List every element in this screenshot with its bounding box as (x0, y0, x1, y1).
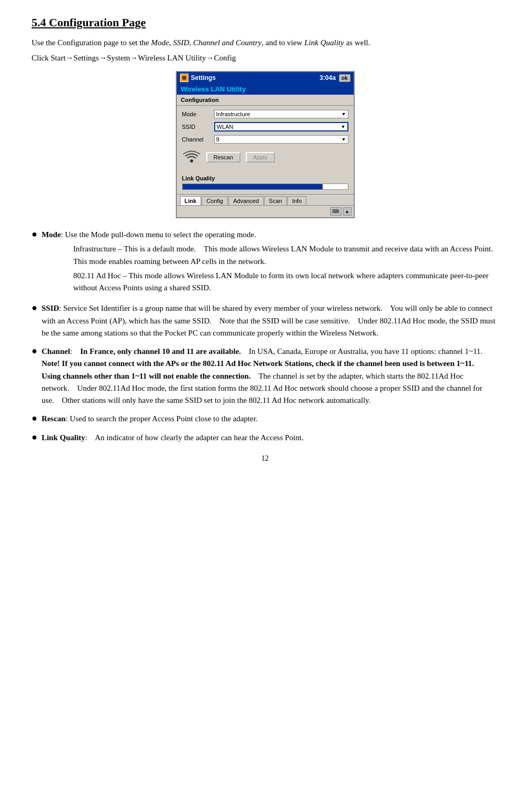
bullet-dot: ● (32, 346, 37, 357)
channel-term: Channel (42, 347, 70, 356)
list-item-rescan: ● Rescan: Used to search the proper Acce… (32, 413, 498, 425)
button-row: Rescan Apply (182, 149, 348, 166)
link-quality-section: Link Quality (177, 175, 354, 194)
mode-select[interactable]: Infrastructure ▼ (214, 110, 348, 118)
bullet-dot: ● (32, 413, 37, 424)
mode-sub: Infrastructure – This is a default mode.… (73, 243, 498, 294)
title-bar: ⊞ Settings 3:04a ok (177, 72, 354, 84)
tab-advanced[interactable]: Advanced (228, 196, 264, 205)
nav-path: Click Start→Settings→System→Wireless LAN… (32, 52, 498, 64)
page-title: 5.4 Configuration Page (32, 16, 498, 29)
rescan-term: Rescan (42, 414, 66, 423)
bullet-list: ● Mode: Use the Mode pull-down menu to s… (32, 229, 498, 444)
channel-label: Channel (182, 136, 211, 143)
ssid-term: SSID (42, 304, 59, 312)
rescan-content: Rescan: Used to search the proper Access… (42, 413, 498, 425)
title-bar-title: Settings (191, 74, 216, 82)
bullet-dot: ● (32, 302, 37, 314)
screenshot-container: ⊞ Settings 3:04a ok Wireless LAN Utility… (32, 71, 498, 218)
rescan-button[interactable]: Rescan (206, 152, 241, 163)
ssid-field-row: SSID WLAN ▼ (182, 122, 348, 131)
channel-content: Channel: In France, only channel 10 and … (42, 346, 498, 407)
tab-info[interactable]: Info (287, 196, 306, 205)
channel-arrow: ▼ (342, 137, 346, 142)
mode-label: Mode (182, 111, 211, 117)
bottom-bar: ⌨ ▲ (177, 205, 354, 217)
config-body: Mode Infrastructure ▼ SSID WLAN ▼ Channe… (177, 106, 354, 175)
ssid-content: SSID: Service Set Identifier is a group … (42, 302, 498, 339)
wlan-header: Wireless LAN Utility (177, 84, 354, 95)
title-time: 3:04a (319, 74, 336, 82)
title-bar-right: 3:04a ok (319, 74, 350, 82)
device-screen: ⊞ Settings 3:04a ok Wireless LAN Utility… (176, 71, 355, 218)
svg-point-0 (190, 159, 193, 163)
link-quality-content: Link Quality: An indicator of how clearl… (42, 432, 498, 444)
link-quality-fill (183, 184, 323, 189)
channel-field-row: Channel 9 ▼ (182, 135, 348, 144)
mode-field-row: Mode Infrastructure ▼ (182, 110, 348, 118)
tab-scan[interactable]: Scan (264, 196, 287, 205)
page-number: 12 (32, 454, 498, 463)
ssid-label: SSID (182, 124, 211, 130)
tab-config[interactable]: Config (202, 196, 228, 205)
apply-button[interactable]: Apply (246, 152, 275, 163)
channel-select[interactable]: 9 ▼ (214, 135, 348, 144)
mode-arrow: ▼ (342, 111, 346, 117)
scroll-up-icon[interactable]: ▲ (343, 207, 352, 216)
keyboard-icon[interactable]: ⌨ (330, 207, 342, 216)
bullet-dot: ● (32, 229, 37, 240)
link-quality-label: Link Quality (182, 175, 348, 181)
section-label: Configuration (177, 95, 354, 106)
list-item-ssid: ● SSID: Service Set Identifier is a grou… (32, 302, 498, 339)
bullet-dot: ● (32, 432, 37, 443)
mode-term: Mode (42, 230, 61, 239)
wifi-icon (182, 149, 201, 166)
list-item-mode: ● Mode: Use the Mode pull-down menu to s… (32, 229, 498, 296)
title-bar-left: ⊞ Settings (180, 74, 216, 82)
link-quality-term: Link Quality (42, 433, 85, 442)
ssid-select[interactable]: WLAN ▼ (214, 122, 348, 131)
list-item-channel: ● Channel: In France, only channel 10 an… (32, 346, 498, 407)
link-quality-bar (182, 184, 348, 190)
tab-link[interactable]: Link (180, 196, 202, 205)
tab-bar: Link Config Advanced Scan Info (177, 194, 354, 205)
settings-icon: ⊞ (180, 74, 188, 82)
list-item-link-quality: ● Link Quality: An indicator of how clea… (32, 432, 498, 444)
ssid-arrow: ▼ (341, 124, 346, 129)
mode-content: Mode: Use the Mode pull-down menu to sel… (42, 229, 498, 296)
intro-paragraph: Use the Configuration page to set the Mo… (32, 37, 498, 49)
ok-button[interactable]: ok (339, 74, 351, 82)
